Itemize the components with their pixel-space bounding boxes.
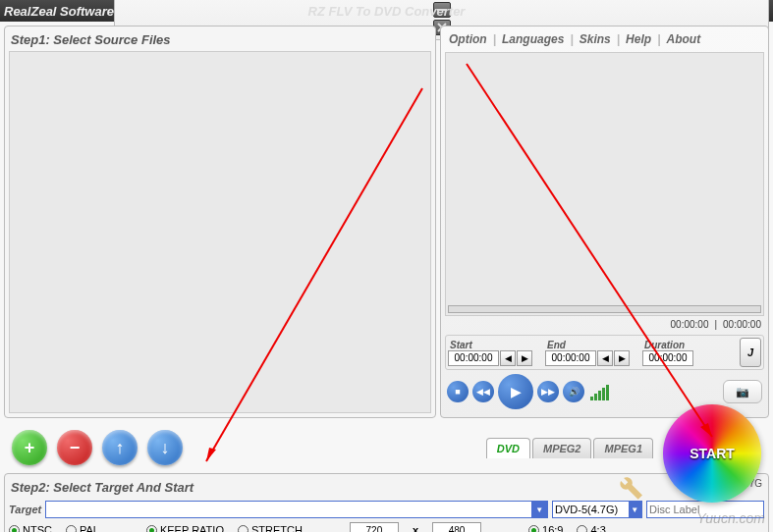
- remove-button[interactable]: −: [57, 430, 92, 465]
- plus-icon: +: [25, 438, 35, 458]
- start-button[interactable]: START: [663, 404, 761, 503]
- end-prev-button[interactable]: ◀: [597, 350, 613, 366]
- add-button[interactable]: +: [12, 430, 47, 465]
- start-prev-button[interactable]: ◀: [500, 350, 516, 366]
- prev-button[interactable]: ◀◀: [472, 381, 494, 402]
- radio-pal[interactable]: PAL: [66, 524, 99, 532]
- move-down-button[interactable]: ↓: [147, 430, 183, 465]
- height-input[interactable]: [432, 522, 481, 532]
- progress-bar[interactable]: [448, 305, 761, 313]
- snapshot-button[interactable]: 📷: [723, 380, 762, 403]
- menu-option[interactable]: Option: [449, 32, 487, 46]
- end-next-button[interactable]: ▶: [614, 350, 630, 366]
- preview-panel: Option| Languages| Skins| Help| About 00…: [440, 26, 769, 418]
- end-label: End: [545, 340, 640, 350]
- menu-skins[interactable]: Skins: [580, 32, 611, 46]
- play-button[interactable]: ▶: [498, 374, 533, 409]
- radio-stretch[interactable]: STRETCH: [238, 524, 303, 532]
- step2-panel: Step2: Select Target And Start 0M / 4.7G…: [4, 473, 769, 532]
- start-time-input[interactable]: [448, 350, 499, 366]
- time-total: 00:00:00: [723, 319, 761, 330]
- disc-size-combo[interactable]: ▼: [552, 501, 642, 518]
- duration-label: Duration: [642, 340, 738, 350]
- cut-button[interactable]: J: [740, 338, 761, 367]
- start-next-button[interactable]: ▶: [517, 350, 532, 366]
- step1-label: Step1: Select Source Files: [9, 30, 431, 51]
- start-label: Start: [448, 340, 543, 350]
- tab-mpeg1[interactable]: MPEG1: [593, 438, 653, 458]
- tab-dvd[interactable]: DVD: [486, 438, 530, 458]
- target-label: Target: [9, 504, 41, 515]
- app-title: RZ FLV To DVD Converter: [308, 4, 466, 19]
- arrow-down-icon: ↓: [161, 438, 170, 458]
- target-combo[interactable]: ▼: [45, 501, 548, 518]
- menu-languages[interactable]: Languages: [502, 32, 564, 46]
- video-preview: [445, 52, 764, 316]
- file-list[interactable]: [9, 51, 431, 413]
- minus-icon: −: [70, 438, 81, 458]
- radio-16-9[interactable]: 16:9: [528, 524, 563, 532]
- start-label: START: [690, 446, 735, 461]
- radio-keep-ratio[interactable]: KEEP RATIO: [146, 524, 224, 532]
- volume-meter[interactable]: [590, 383, 609, 400]
- menu-help[interactable]: Help: [626, 32, 651, 46]
- move-up-button[interactable]: ↑: [102, 430, 138, 465]
- end-time-input[interactable]: [545, 350, 596, 366]
- mute-button[interactable]: 🔊: [563, 381, 584, 402]
- source-panel: Step1: Select Source Files: [4, 26, 436, 418]
- by-label: x: [413, 524, 418, 532]
- width-input[interactable]: [350, 522, 399, 532]
- next-button[interactable]: ▶▶: [537, 381, 559, 402]
- time-current: 00:00:00: [671, 319, 709, 330]
- brand-label: RealZeal Software: [4, 4, 114, 19]
- menu-about[interactable]: About: [666, 32, 700, 46]
- step2-label: Step2: Select Target And Start: [9, 478, 764, 499]
- camera-icon: 📷: [736, 386, 749, 399]
- stop-button[interactable]: ■: [447, 381, 469, 402]
- disc-label-input[interactable]: [646, 501, 764, 518]
- arrow-up-icon: ↑: [116, 438, 125, 458]
- tab-mpeg2[interactable]: MPEG2: [532, 438, 592, 458]
- duration-input[interactable]: [642, 350, 693, 366]
- radio-ntsc[interactable]: NTSC: [9, 524, 52, 532]
- radio-4-3[interactable]: 4:3: [577, 524, 605, 532]
- chevron-down-icon[interactable]: ▼: [629, 502, 641, 517]
- chevron-down-icon[interactable]: ▼: [531, 502, 547, 517]
